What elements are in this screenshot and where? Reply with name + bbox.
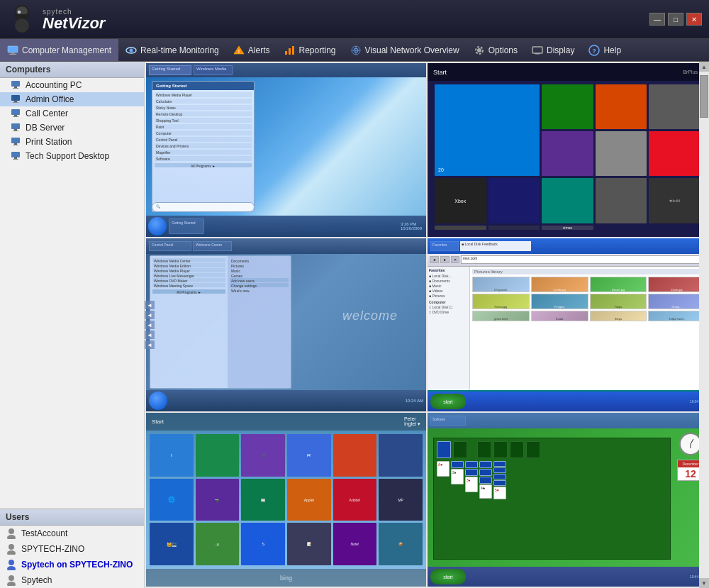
menu-options-label: Options — [489, 45, 518, 55]
menu-options[interactable]: Options — [467, 39, 525, 61]
window-controls: — □ ✕ — [649, 13, 702, 26]
win8-topbar: Start BrPlus ▾ — [428, 63, 708, 81]
svg-rect-14 — [289, 48, 291, 55]
side-arrow-4[interactable]: ◄ — [145, 331, 155, 339]
side-arrows: ◄ ◄ ◄ ◄ ◄ — [145, 301, 155, 349]
eye-icon — [125, 45, 137, 56]
svg-rect-31 — [13, 102, 18, 103]
computer-icon — [11, 137, 21, 147]
sidebar-item-db-server[interactable]: DB Server — [0, 121, 144, 135]
sidebar-item-accounting-pc[interactable]: Accounting PC — [0, 78, 144, 92]
svg-point-46 — [9, 544, 14, 550]
close-button[interactable]: ✕ — [686, 13, 702, 26]
svg-point-49 — [7, 566, 16, 570]
computer-icon — [11, 109, 21, 118]
sidebar-label-db-server: DB Server — [26, 123, 65, 133]
svg-rect-37 — [13, 131, 18, 131]
svg-rect-6 — [8, 46, 18, 52]
menu-reporting[interactable]: Reporting — [277, 39, 342, 61]
computer-icon — [11, 80, 21, 90]
svg-rect-38 — [11, 138, 20, 143]
svg-point-48 — [9, 560, 14, 565]
svg-rect-28 — [13, 88, 18, 89]
sidebar-user-spytech[interactable]: Spytech — [0, 572, 144, 588]
main-layout: Computers Accounting PC Admin Office Cal… — [0, 62, 709, 588]
menu-visual-network-label: Visual Network Overview — [365, 45, 459, 55]
scrollbar: ▲ ▼ — [699, 62, 709, 588]
side-arrow-5[interactable]: ◄ — [145, 340, 155, 349]
help-icon: ? — [588, 45, 600, 56]
scroll-up-button[interactable]: ▲ — [699, 62, 709, 72]
menu-display[interactable]: Display — [525, 39, 581, 61]
svg-rect-7 — [11, 52, 15, 54]
menu-display-label: Display — [547, 45, 574, 55]
svg-rect-36 — [14, 129, 17, 131]
sidebar-label-print-station: Print Station — [26, 137, 72, 147]
logo-icon — [7, 4, 37, 34]
screenshot-win8[interactable]: Start BrPlus ▾ 20 Xbox — [428, 63, 708, 237]
sidebar-item-admin-office[interactable]: Admin Office — [0, 92, 144, 106]
svg-rect-40 — [13, 145, 18, 145]
side-arrow-1[interactable]: ◄ — [145, 301, 155, 309]
screenshot-xp-browser[interactable]: Favorites ■ Local Disk Feedback ☀ 52° ◄ … — [428, 238, 708, 412]
svg-rect-33 — [14, 115, 17, 116]
screenshot-grid: Getting Started Windows Media Getting St… — [145, 62, 709, 588]
app-name-label: NetVizor — [43, 16, 105, 31]
svg-rect-8 — [9, 54, 16, 55]
computer-icon — [11, 151, 21, 161]
svg-rect-39 — [14, 143, 17, 145]
chart-icon — [284, 45, 295, 56]
svg-rect-27 — [14, 87, 17, 88]
computers-header: Computers — [0, 62, 144, 78]
sidebar-item-tech-support[interactable]: Tech Support Desktop — [0, 149, 144, 163]
menu-reporting-label: Reporting — [298, 45, 335, 55]
maximize-button[interactable]: □ — [668, 13, 683, 26]
svg-rect-42 — [14, 157, 17, 159]
menu-computer-management[interactable]: Computer Management — [0, 39, 118, 61]
menu-alerts[interactable]: ! Alerts — [226, 39, 277, 61]
app-logo: spytech NetVizor — [7, 4, 105, 34]
title-bar: spytech NetVizor — □ ✕ — [0, 0, 709, 39]
svg-rect-34 — [13, 116, 18, 117]
menu-alerts-label: Alerts — [248, 45, 270, 55]
screenshot-vista[interactable]: Control Panel Welcome Center Windows Med… — [146, 238, 426, 412]
side-arrow-2[interactable]: ◄ — [145, 311, 155, 319]
menu-visual-network[interactable]: Visual Network Overview — [343, 39, 467, 61]
menu-help-label: Help — [603, 45, 621, 55]
scroll-thumb[interactable] — [700, 75, 708, 118]
side-arrow-3[interactable]: ◄ — [145, 321, 155, 329]
svg-point-50 — [9, 575, 14, 581]
screenshot-win8-2[interactable]: Start PeterInglet ▾ f 🎵 🗺 🌐 📷 — [146, 413, 426, 587]
alert-icon: ! — [233, 45, 245, 56]
sidebar-item-print-station[interactable]: Print Station — [0, 135, 144, 149]
scroll-down-button[interactable]: ▼ — [699, 578, 709, 588]
scroll-track[interactable] — [699, 72, 709, 578]
sidebar-user-test-account[interactable]: TestAccount — [0, 526, 144, 541]
sidebar-label-admin-office: Admin Office — [26, 94, 74, 104]
svg-point-45 — [7, 535, 16, 539]
gear-icon — [474, 45, 485, 56]
sidebar-label-call-center: Call Center — [26, 109, 68, 118]
monitor-icon — [7, 45, 18, 56]
display-icon — [532, 45, 543, 56]
user-label-spytech-zino: SPYTECH-ZINO — [21, 544, 84, 554]
menu-help[interactable]: ? Help — [581, 39, 628, 61]
computer-icon — [11, 123, 21, 133]
users-section: Users TestAccount SPYTECH-ZINO Spytech o… — [0, 509, 144, 588]
user-label-test-account: TestAccount — [21, 528, 67, 538]
win8-2-topbar: Start PeterInglet ▾ — [146, 413, 426, 431]
screenshot-win7[interactable]: Getting Started Windows Media Getting St… — [146, 63, 426, 237]
sidebar-user-spytech-zino[interactable]: SPYTECH-ZINO — [0, 541, 144, 557]
svg-rect-23 — [535, 53, 540, 55]
svg-point-51 — [7, 582, 16, 586]
svg-point-47 — [7, 550, 16, 555]
svg-text:?: ? — [593, 48, 597, 55]
svg-rect-30 — [14, 101, 17, 102]
menu-realtime-monitoring[interactable]: Real-time Monitoring — [118, 39, 226, 61]
sidebar-item-call-center[interactable]: Call Center — [0, 106, 144, 121]
sidebar-user-spytech-on-zino[interactable]: Spytech on SPYTECH-ZINO — [0, 557, 144, 572]
minimize-button[interactable]: — — [649, 13, 665, 26]
network-icon — [350, 45, 362, 56]
win8-2-bottom: bing — [146, 569, 426, 587]
screenshot-solitaire[interactable]: Solitaire December 12 — [428, 413, 708, 587]
